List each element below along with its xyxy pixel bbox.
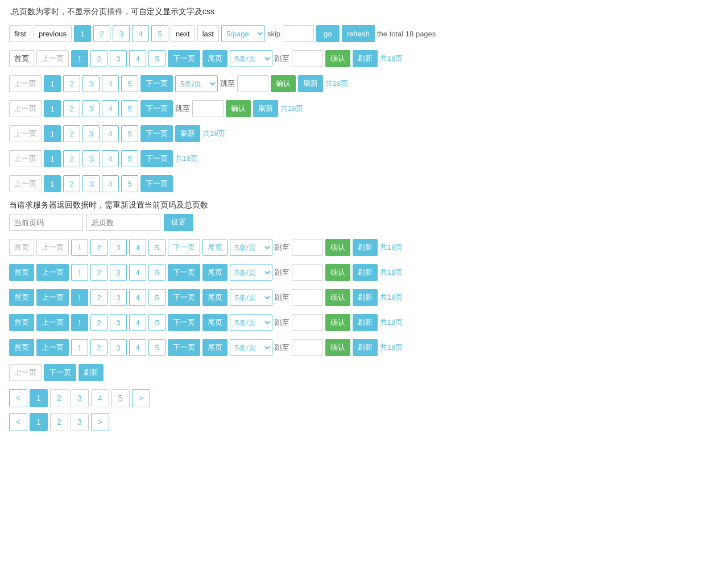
page4-6[interactable]: 4	[102, 175, 119, 192]
refresh-btn-11[interactable]: 刷新	[353, 339, 378, 356]
page4-4[interactable]: 4	[102, 125, 119, 142]
last-cn-btn-9[interactable]: 尾页	[202, 289, 228, 306]
page2-11[interactable]: 2	[90, 339, 107, 356]
angle-page1-2[interactable]: 1	[30, 413, 48, 431]
angle-next-1[interactable]: >	[132, 389, 150, 407]
next-cn-btn-12[interactable]: 下一页	[44, 364, 76, 381]
page4-3[interactable]: 4	[102, 100, 119, 117]
page2-4[interactable]: 2	[63, 125, 80, 142]
refresh-btn-10[interactable]: 刷新	[353, 314, 378, 331]
page4-5[interactable]: 4	[102, 150, 119, 167]
per-page-7[interactable]: 5条/页 10条/页	[230, 239, 272, 256]
page3-7[interactable]: 3	[110, 239, 127, 256]
refresh-button-en[interactable]: refresh	[342, 25, 375, 42]
refresh-btn-2[interactable]: 刷新	[298, 75, 323, 92]
confirm-btn-7[interactable]: 确认	[325, 239, 350, 256]
total-page-input[interactable]	[86, 214, 160, 231]
next-cn-btn-10[interactable]: 下一页	[168, 314, 200, 331]
page1-5[interactable]: 1	[44, 150, 61, 167]
angle-page2-1[interactable]: 2	[50, 389, 68, 407]
prev-cn-btn-9[interactable]: 上一页	[36, 289, 69, 306]
first-cn-btn-11[interactable]: 首页	[9, 339, 34, 356]
page5-11[interactable]: 5	[148, 339, 166, 356]
next-cn-btn-3[interactable]: 下一页	[140, 100, 173, 117]
page3-1[interactable]: 3	[110, 50, 127, 67]
skip-input-11[interactable]	[292, 339, 323, 356]
per-page-2[interactable]: 5条/页 10条/页	[175, 75, 218, 92]
confirm-btn-11[interactable]: 确认	[325, 339, 350, 356]
page5-5[interactable]: 5	[121, 150, 138, 167]
page3-11[interactable]: 3	[110, 339, 127, 356]
page4-10[interactable]: 4	[129, 314, 146, 331]
page1-2[interactable]: 1	[44, 75, 61, 92]
go-button-en[interactable]: go	[316, 25, 339, 42]
angle-page4-1[interactable]: 4	[91, 389, 109, 407]
set-button[interactable]: 设置	[164, 214, 193, 231]
first-cn-btn-9[interactable]: 首页	[9, 289, 34, 306]
current-page-input[interactable]	[9, 214, 83, 231]
angle-prev-2[interactable]: <	[9, 413, 27, 431]
page-4-button[interactable]: 4	[132, 25, 149, 42]
page5-8[interactable]: 5	[148, 264, 166, 281]
skip-input-10[interactable]	[292, 314, 323, 331]
prev-cn-btn-4[interactable]: 上一页	[9, 125, 42, 142]
prev-cn-btn-10[interactable]: 上一页	[36, 314, 69, 331]
angle-page5-1[interactable]: 5	[111, 389, 130, 407]
page2-6[interactable]: 2	[63, 175, 80, 192]
next-button[interactable]: next	[171, 25, 195, 42]
page2-7[interactable]: 2	[90, 239, 107, 256]
last-cn-btn-1[interactable]: 尾页	[202, 50, 228, 67]
next-cn-btn-2[interactable]: 下一页	[140, 75, 173, 92]
angle-prev-1[interactable]: <	[9, 389, 27, 407]
refresh-btn-8[interactable]: 刷新	[353, 264, 378, 281]
page3-5[interactable]: 3	[82, 150, 100, 167]
page5-9[interactable]: 5	[148, 289, 166, 306]
confirm-btn-3[interactable]: 确认	[226, 100, 251, 117]
next-cn-btn-1[interactable]: 下一页	[168, 50, 200, 67]
next-cn-btn-4[interactable]: 下一页	[140, 125, 173, 142]
page1-1[interactable]: 1	[71, 50, 88, 67]
last-button[interactable]: last	[197, 25, 219, 42]
prev-cn-btn-1[interactable]: 上一页	[36, 50, 69, 67]
page4-9[interactable]: 4	[129, 289, 146, 306]
page2-10[interactable]: 2	[90, 314, 107, 331]
refresh-btn-1[interactable]: 刷新	[353, 50, 378, 67]
angle-page1-1[interactable]: 1	[30, 389, 48, 407]
refresh-btn-3[interactable]: 刷新	[253, 100, 278, 117]
page1-8[interactable]: 1	[71, 264, 88, 281]
page1-11[interactable]: 1	[71, 339, 88, 356]
page4-7[interactable]: 4	[129, 239, 146, 256]
prev-cn-btn-3[interactable]: 上一页	[9, 100, 42, 117]
prev-cn-btn-11[interactable]: 上一页	[36, 339, 69, 356]
prev-cn-btn-12[interactable]: 上一页	[9, 364, 42, 381]
previous-button[interactable]: previous	[34, 25, 72, 42]
page1-4[interactable]: 1	[44, 125, 61, 142]
skip-input-9[interactable]	[292, 289, 323, 306]
last-cn-btn-8[interactable]: 尾页	[202, 264, 228, 281]
angle-page2-2[interactable]: 2	[50, 413, 68, 431]
page3-2[interactable]: 3	[82, 75, 100, 92]
page3-4[interactable]: 3	[82, 125, 100, 142]
prev-cn-btn-5[interactable]: 上一页	[9, 150, 42, 167]
first-cn-btn-1[interactable]: 首页	[9, 50, 34, 67]
page2-8[interactable]: 2	[90, 264, 107, 281]
confirm-btn-8[interactable]: 确认	[325, 264, 350, 281]
skip-input-8[interactable]	[292, 264, 323, 281]
page4-2[interactable]: 4	[102, 75, 119, 92]
next-cn-btn-8[interactable]: 下一页	[168, 264, 200, 281]
skip-input-en[interactable]	[283, 25, 314, 42]
first-cn-btn-8[interactable]: 首页	[9, 264, 34, 281]
last-cn-btn-11[interactable]: 尾页	[202, 339, 228, 356]
refresh-btn-9[interactable]: 刷新	[353, 289, 378, 306]
page3-6[interactable]: 3	[82, 175, 100, 192]
per-page-select-en[interactable]: 5/page 10/page 20/page	[221, 25, 265, 42]
first-cn-btn-7[interactable]: 首页	[9, 239, 34, 256]
angle-page3-1[interactable]: 3	[71, 389, 89, 407]
per-page-10[interactable]: 5条/页 10条/页	[230, 314, 272, 331]
page3-8[interactable]: 3	[110, 264, 127, 281]
page2-2[interactable]: 2	[63, 75, 80, 92]
page1-10[interactable]: 1	[71, 314, 88, 331]
confirm-btn-10[interactable]: 确认	[325, 314, 350, 331]
page5-10[interactable]: 5	[148, 314, 166, 331]
prev-cn-btn-7[interactable]: 上一页	[36, 239, 69, 256]
